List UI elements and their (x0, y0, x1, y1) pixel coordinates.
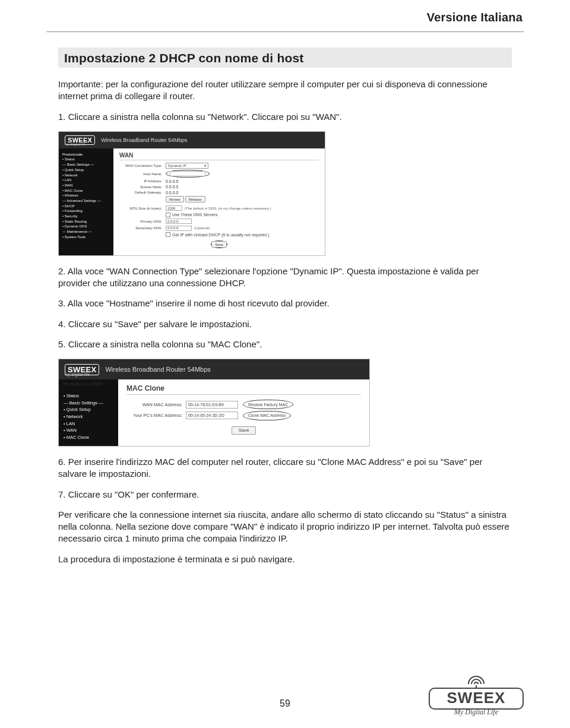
shot2-productcode: Productcode: LW050 (64, 382, 102, 386)
shot1-mtu-input[interactable]: 1500 (166, 205, 182, 211)
shot1-ip-label: IP Address: (119, 179, 166, 183)
shot1-side-item[interactable]: • WAN (62, 183, 110, 188)
shot1-title: Wireless Broadband Router 54Mbps (101, 137, 187, 143)
shot2-restore-button[interactable]: Restore Factory MAC (243, 400, 293, 409)
shot2-clone-button[interactable]: Clone MAC Address (243, 411, 291, 420)
shot1-side-item[interactable]: • Network (62, 173, 110, 178)
shot1-side-item[interactable]: • MAC Clone (62, 188, 110, 194)
shot1-dns1-input[interactable]: 0.0.0.0 (166, 219, 192, 224)
shot1-productcode-label: Productcode: (62, 152, 110, 157)
content: Impostazione 2 DHCP con nome di host Imp… (58, 48, 512, 574)
shot1-gw-value: 0.0.0.0 (166, 191, 178, 195)
shot2-tagline: my Digital life (65, 372, 90, 376)
shot2-panel-title: MAC Clone (126, 384, 361, 395)
page: Versione Italiana Impostazione 2 DHCP co… (0, 0, 570, 728)
shot2-side-item[interactable]: • LAN (64, 420, 113, 428)
shot2-side-item: — Basic Settings — (64, 400, 113, 407)
shot2-topbar: SWEEX Wireless Broadband Router 54Mbps m… (59, 359, 369, 379)
shot1-gw-label: Default Gateway: (119, 191, 166, 194)
shot1-conn-value: Dynamic IP (168, 164, 186, 167)
shot1-release-button[interactable]: Release (185, 196, 205, 202)
shot1-mtu-note: (The default is 1500, do not change unle… (185, 207, 271, 210)
screenshot-wan: SWEEX Wireless Broadband Router 54Mbps m… (58, 131, 325, 256)
header-language-label: Versione Italiana (427, 11, 522, 24)
shot1-side-item: — Maintenance — (62, 229, 110, 235)
shot1-dns-chk-label: Use These DNS Servers (172, 213, 218, 217)
step-6: 6. Per inserire l'indirizzo MAC del comp… (58, 456, 512, 480)
header-divider (46, 31, 524, 32)
shot1-panel-title: WAN (119, 152, 319, 160)
shot1-tagline: my Digital life (65, 143, 86, 146)
shot2-sidebar: • Status — Basic Settings — • Quick Setu… (59, 379, 118, 446)
shot1-conn-dropdown[interactable]: Dynamic IP▾ (166, 163, 208, 169)
shot2-main: MAC Clone WAN MAC Address:00-14-78-01-E9… (118, 379, 369, 446)
shot2-side-item[interactable]: • WAN (64, 427, 113, 434)
section-title: Impostazione 2 DHCP con nome di host (58, 48, 512, 68)
shot1-dns2-label: Secondary DNS: (119, 226, 166, 230)
shot1-main: WAN WAN Connection Type: Dynamic IP▾ Hos… (113, 148, 325, 255)
shot1-mask-label: Subnet Mask: (119, 185, 166, 189)
shot1-topbar: SWEEX Wireless Broadband Router 54Mbps m… (59, 132, 325, 148)
shot2-title: Wireless Broadband Router 54Mbps (105, 366, 210, 373)
shot1-side-item[interactable]: • LAN (62, 178, 110, 183)
shot1-unicast-checkbox[interactable] (166, 232, 170, 237)
shot1-save-circle: Save (211, 240, 227, 248)
shot1-side-item[interactable]: • DHCP (62, 204, 110, 209)
shot1-side-item[interactable]: • Quick Setup (62, 167, 110, 173)
final-paragraph: La procedura di impostazione è terminata… (58, 553, 512, 565)
shot2-save-button[interactable]: Save (232, 426, 255, 435)
shot2-side-item[interactable]: • Quick Setup (64, 406, 113, 413)
shot1-side-item[interactable]: • Status (62, 157, 110, 162)
shot1-side-item[interactable]: • Dynamic DNS (62, 224, 110, 229)
shot2-pc-input[interactable]: 00-14-85-24-3D-2D (186, 412, 238, 419)
shot1-mask-value: 0.0.0.0 (166, 185, 178, 189)
shot1-side-item[interactable]: • System Tools (62, 235, 110, 240)
shot1-save-button[interactable]: Save (211, 241, 227, 248)
shot1-dns-checkbox[interactable] (166, 213, 170, 217)
shot1-unicast-label: Get IP with Unicast DHCP (It is usually … (172, 233, 270, 237)
shot1-side-item[interactable]: • Forwarding (62, 208, 110, 214)
intro-paragraph: Importante: per la configurazione del ro… (58, 78, 512, 103)
verify-paragraph: Per verificare che la connessione intern… (58, 509, 512, 545)
shot2-side-item[interactable]: • Status (64, 393, 113, 400)
shot1-sidebar: Productcode: • Status — Basic Settings —… (59, 148, 113, 255)
footer-brand: SWEEX (429, 688, 524, 710)
shot1-renew-button[interactable]: Renew (166, 196, 184, 202)
shot2-wan-input[interactable]: 00-14-78-01-E9-B9 (186, 401, 238, 409)
shot1-side-item: — Basic Settings — (62, 162, 110, 167)
shot2-side-item[interactable]: • Network (64, 413, 113, 420)
shot1-dns2-note: (Optional) (194, 226, 210, 230)
shot2-side-item[interactable]: • MAC Clone (64, 434, 113, 441)
footer-slogan: My Digital Life (429, 708, 524, 717)
screenshot-mac-clone: SWEEX Wireless Broadband Router 54Mbps m… (58, 359, 370, 447)
shot1-ip-value: 0.0.0.0 (166, 179, 178, 183)
chevron-down-icon: ▾ (204, 163, 206, 167)
shot1-side-item[interactable]: • Wireless (62, 193, 110, 198)
shot1-host-label: Host Name: (119, 172, 166, 176)
step-5: 5. Cliccare a sinistra nella colonna su … (58, 338, 512, 350)
step-7: 7. Cliccare su "OK" per confermare. (58, 489, 512, 501)
shot1-side-item[interactable]: • Static Routing (62, 219, 110, 224)
shot1-host-input[interactable] (170, 171, 205, 176)
shot1-host-circle (166, 170, 210, 178)
footer-logo: SWEEX My Digital Life (429, 677, 524, 715)
step-2: 2. Alla voce "WAN Connection Type" selez… (58, 265, 512, 290)
shot1-side-item: — Advanced Settings — (62, 198, 110, 204)
step-1: 1. Cliccare a sinistra nella colonna su … (58, 111, 512, 123)
shot2-pc-label: Your PC's MAC Address: (126, 413, 186, 418)
step-4: 4. Cliccare su "Save" per salvare le imp… (58, 318, 512, 330)
shot1-side-item[interactable]: • Security (62, 214, 110, 219)
shot1-mtu-label: MTU Size (in bytes): (119, 207, 166, 210)
shot1-conn-label: WAN Connection Type: (119, 164, 166, 167)
shot1-dns2-input[interactable]: 0.0.0.0 (166, 226, 192, 231)
shot1-dns1-label: Primary DNS: (119, 220, 166, 223)
shot2-wan-label: WAN MAC Address: (126, 402, 186, 407)
step-3: 3. Alla voce "Hostname" inserire il nome… (58, 297, 512, 309)
